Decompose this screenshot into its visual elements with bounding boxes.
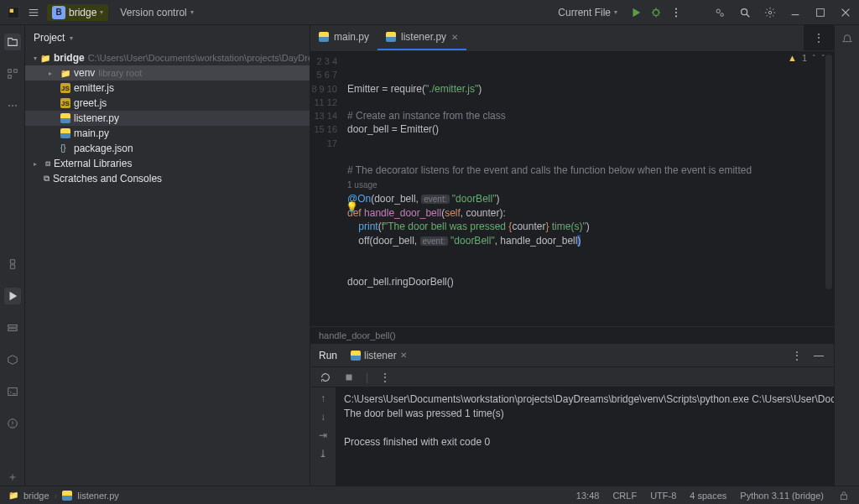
chevron-down-icon: ▾: [190, 8, 194, 16]
svg-point-4: [675, 11, 677, 13]
svg-rect-19: [841, 495, 847, 499]
code-with-me-icon[interactable]: [713, 6, 726, 19]
tree-item-hint: library root: [98, 68, 142, 78]
debug-button[interactable]: [649, 6, 663, 19]
svg-point-5: [675, 15, 677, 17]
python-file-icon: [60, 128, 70, 138]
tree-item-label: Scratches and Consoles: [53, 173, 162, 184]
tree-file[interactable]: main.py: [25, 126, 310, 141]
vcs-dropdown[interactable]: Version control ▾: [115, 5, 198, 20]
run-tool-icon[interactable]: [4, 288, 21, 304]
right-toolbar: [834, 25, 859, 486]
expand-icon[interactable]: ▾: [34, 55, 37, 62]
scroll-to-end-icon[interactable]: ⤓: [319, 448, 327, 460]
vcs-tool-icon[interactable]: [4, 469, 21, 486]
structure-tool-icon[interactable]: [4, 65, 21, 82]
svg-rect-13: [8, 75, 11, 79]
status-interpreter[interactable]: Python 3.11 (bridge): [740, 491, 824, 501]
tree-root-label: bridge: [54, 52, 85, 64]
notifications-icon[interactable]: [841, 34, 853, 48]
tree-venv[interactable]: ▸ 📁 venv library root: [25, 65, 310, 81]
editor-inspection-info[interactable]: ▲ 1 ˄ ˅: [779, 53, 834, 63]
sidebar-header: Project ▾: [25, 25, 310, 50]
tree-external-libs[interactable]: ▸ ⧈ External Libraries: [25, 156, 310, 171]
project-tree[interactable]: ▾ 📁 bridge C:\Users\User\Documents\works…: [25, 50, 310, 486]
tree-scratches[interactable]: ⧉ Scratches and Consoles: [25, 171, 310, 186]
tree-file[interactable]: JS greet.js: [25, 96, 310, 111]
svg-rect-18: [346, 374, 352, 380]
editor-area: main.py listener.py ✕ ⋮ ▲ 1 ˄ ˅ 2 3 4 5 …: [310, 25, 834, 486]
svg-rect-15: [8, 329, 17, 331]
code-content[interactable]: 💡 Emitter = require("./emitter.js") # Cr…: [344, 51, 834, 326]
readonly-lock-icon[interactable]: [837, 489, 851, 502]
tree-file[interactable]: JS emitter.js: [25, 81, 310, 96]
tree-file-selected[interactable]: listener.py: [25, 111, 310, 126]
chevron-up-icon[interactable]: ˄: [812, 54, 816, 62]
close-tab-icon[interactable]: ✕: [451, 33, 458, 42]
problems-tool-icon[interactable]: [4, 415, 21, 432]
svg-point-8: [742, 8, 747, 14]
intention-bulb-icon[interactable]: 💡: [346, 200, 358, 214]
maximize-icon[interactable]: [814, 6, 827, 19]
close-tab-icon[interactable]: ✕: [400, 351, 407, 360]
editor-tabs: main.py listener.py ✕: [310, 25, 804, 50]
project-selector[interactable]: B bridge ▾: [47, 4, 108, 21]
chevron-down-icon[interactable]: ▾: [70, 34, 73, 42]
status-indent[interactable]: 4 spaces: [690, 491, 726, 501]
rerun-icon[interactable]: [319, 371, 332, 384]
stop-icon[interactable]: [342, 371, 356, 384]
services-tool-icon[interactable]: [4, 320, 21, 336]
more-icon[interactable]: ⋮: [790, 349, 804, 362]
more-icon[interactable]: ⋮: [378, 371, 392, 384]
editor-tab-tools: ⋮: [804, 31, 834, 44]
close-icon[interactable]: [839, 6, 852, 19]
more-icon[interactable]: [669, 6, 683, 19]
status-line-ending[interactable]: CRLF: [612, 491, 637, 501]
run-config-dropdown[interactable]: Current File ▾: [553, 5, 622, 20]
chevron-down-icon[interactable]: ˅: [821, 54, 825, 62]
minimize-icon[interactable]: [789, 6, 802, 19]
search-icon[interactable]: [738, 6, 752, 19]
console-line: The door bell was pressed 1 time(s): [344, 408, 504, 419]
python-console-icon[interactable]: [4, 256, 21, 273]
python-file-icon: [386, 32, 396, 42]
editor-breadcrumb[interactable]: handle_door_bell(): [310, 326, 834, 343]
svg-rect-14: [8, 325, 17, 328]
run-panel: Run listener ✕ ⋮ — | ⋮ ↑ ↓: [310, 343, 834, 486]
breadcrumb-file[interactable]: listener.py: [77, 491, 119, 501]
project-sidebar: Project ▾ ▾ 📁 bridge C:\Users\User\Docum…: [25, 25, 310, 486]
terminal-tool-icon[interactable]: [4, 383, 21, 400]
run-tab-label: listener: [364, 350, 397, 361]
run-button[interactable]: [629, 6, 643, 19]
tab-listener-py[interactable]: listener.py ✕: [377, 25, 466, 50]
vertical-scrollbar[interactable]: [825, 55, 832, 289]
soft-wrap-icon[interactable]: ⇥: [319, 429, 327, 441]
more-tools-icon[interactable]: ⋯: [4, 97, 21, 114]
project-tool-icon[interactable]: [4, 34, 21, 50]
collapse-icon[interactable]: ▸: [34, 160, 42, 168]
python-file-icon: [351, 351, 361, 361]
breadcrumb-root[interactable]: bridge: [23, 491, 49, 501]
scroll-down-icon[interactable]: ↓: [320, 411, 325, 423]
svg-rect-11: [8, 70, 11, 73]
js-file-icon: JS: [60, 98, 70, 108]
python-packages-icon[interactable]: [4, 351, 21, 368]
tree-file[interactable]: {} package.json: [25, 141, 310, 156]
run-tab[interactable]: listener ✕: [346, 348, 412, 363]
tree-root[interactable]: ▾ 📁 bridge C:\Users\User\Documents\works…: [25, 50, 310, 65]
warning-icon: ▲: [788, 53, 797, 63]
project-name-label: bridge: [69, 7, 96, 18]
status-encoding[interactable]: UTF-8: [650, 491, 676, 501]
collapse-icon[interactable]: ▸: [49, 70, 57, 77]
hide-panel-icon[interactable]: —: [812, 349, 825, 362]
more-icon[interactable]: ⋮: [812, 31, 825, 44]
run-config-label: Current File: [558, 7, 611, 18]
console-output[interactable]: C:\Users\User\Documents\workstation\proj…: [336, 387, 834, 486]
svg-point-7: [721, 13, 724, 16]
code-editor[interactable]: ▲ 1 ˄ ˅ 2 3 4 5 6 7 8 9 10 11 12 13 14 1…: [310, 51, 834, 326]
tree-item-label: External Libraries: [54, 158, 132, 169]
tab-main-py[interactable]: main.py: [310, 25, 377, 50]
hamburger-icon[interactable]: [27, 6, 40, 19]
settings-icon[interactable]: [763, 6, 777, 19]
scroll-up-icon[interactable]: ↑: [320, 392, 325, 404]
